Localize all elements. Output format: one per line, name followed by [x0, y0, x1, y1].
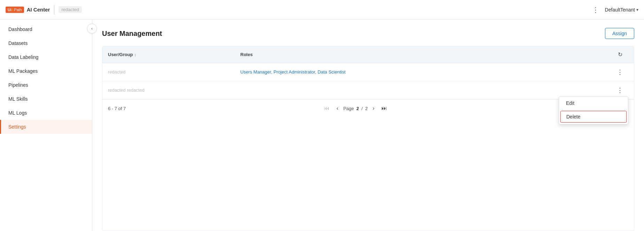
last-page-button[interactable]: ⏭: [379, 104, 389, 113]
sidebar-item-dashboard[interactable]: Dashboard: [0, 22, 92, 36]
context-menu-delete[interactable]: Delete: [560, 111, 627, 123]
sidebar-item-settings[interactable]: Settings: [0, 120, 92, 134]
row-menu-button-2[interactable]: ⋮: [615, 85, 625, 95]
table-row: redacted redacted ⋮ Edit Delete: [102, 81, 634, 99]
user-management-table: User/Group ↕ Roles ↻ redacted Users Mana…: [102, 46, 634, 231]
total-pages: 2: [365, 106, 368, 111]
column-user-group: User/Group ↕: [108, 52, 240, 57]
page-title: User Management: [102, 30, 162, 38]
main-content: User Management Assign User/Group ↕ Role…: [92, 20, 644, 231]
logo-path: i: [12, 8, 13, 12]
uipath-logo: UiiPath: [6, 7, 24, 13]
cell-actions-2: ⋮: [612, 85, 628, 95]
cell-user-2: redacted redacted: [108, 87, 240, 93]
pagination-bar: 6 - 7 of 7 ⏮ ‹ Page 2 / 2 › ⏭ Show items…: [102, 99, 634, 117]
first-page-button[interactable]: ⏮: [322, 104, 332, 113]
cell-roles-1: Users Manager, Project Administrator, Da…: [240, 69, 612, 75]
main-layout: Dashboard Datasets Data Labeling ML Pack…: [0, 20, 644, 231]
page-text: Page 2 / 2: [343, 106, 368, 111]
sidebar-toggle-button[interactable]: ‹: [87, 24, 97, 33]
sidebar-item-ml-logs[interactable]: ML Logs: [0, 106, 92, 120]
header-subtitle: redacted: [59, 6, 82, 13]
logo-ui: Ui: [8, 8, 11, 12]
header-right: ⋮ DefaultTenant ▾: [592, 6, 638, 14]
header-left: UiiPath AI Center redacted: [6, 5, 82, 15]
sidebar-item-ml-packages[interactable]: ML Packages: [0, 64, 92, 78]
tenant-name: DefaultTenant: [605, 7, 635, 13]
top-header: UiiPath AI Center redacted ⋮ DefaultTena…: [0, 0, 644, 20]
column-roles: Roles: [240, 52, 612, 57]
more-options-button[interactable]: ⋮: [592, 6, 599, 14]
sidebar: Dashboard Datasets Data Labeling ML Pack…: [0, 20, 92, 231]
logo-area: UiiPath AI Center: [6, 7, 50, 13]
header-divider: [54, 5, 54, 15]
context-menu: Edit Delete: [559, 97, 628, 124]
sidebar-item-datasets[interactable]: Datasets: [0, 36, 92, 50]
page-header: User Management Assign: [102, 28, 634, 39]
chevron-down-icon: ▾: [636, 7, 638, 12]
context-menu-edit[interactable]: Edit: [559, 97, 628, 109]
sidebar-item-pipelines[interactable]: Pipelines: [0, 78, 92, 92]
sidebar-nav: Dashboard Datasets Data Labeling ML Pack…: [0, 20, 92, 231]
table-row: redacted Users Manager, Project Administ…: [102, 63, 634, 81]
app-name: AI Center: [27, 7, 50, 13]
tenant-selector[interactable]: DefaultTenant ▾: [605, 7, 638, 13]
cell-user-1: redacted: [108, 69, 240, 75]
next-page-button[interactable]: ›: [371, 104, 377, 113]
prev-page-button[interactable]: ‹: [334, 104, 340, 113]
sidebar-item-data-labeling[interactable]: Data Labeling: [0, 50, 92, 64]
pagination-info: 6 - 7 of 7: [108, 106, 126, 111]
table-header: User/Group ↕ Roles ↻: [102, 46, 634, 63]
column-actions: ↻: [612, 51, 628, 58]
row-menu-button-1[interactable]: ⋮: [615, 67, 625, 77]
refresh-icon[interactable]: ↻: [618, 51, 622, 58]
cell-actions-1: ⋮: [612, 67, 628, 77]
assign-button[interactable]: Assign: [605, 28, 634, 39]
sidebar-item-ml-skills[interactable]: ML Skills: [0, 92, 92, 106]
current-page: 2: [356, 106, 359, 111]
pagination-controls: ⏮ ‹ Page 2 / 2 › ⏭: [322, 104, 389, 113]
sort-icon[interactable]: ↕: [134, 53, 137, 57]
chevron-left-icon: ‹: [91, 26, 93, 31]
